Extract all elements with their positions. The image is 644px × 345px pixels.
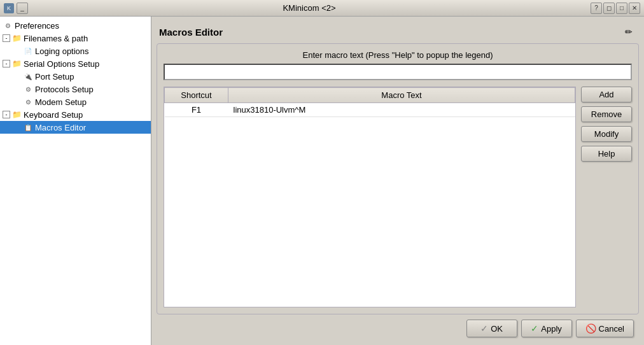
sidebar-item-label: Serial Options Setup	[24, 59, 99, 69]
modify-button[interactable]: Modify	[581, 126, 632, 142]
minimize-button[interactable]: _	[17, 3, 28, 14]
titlebar-title: KMinicom <2>	[28, 3, 591, 13]
sidebar: ⚙ Preferences - 📁 Filenames & path 📄 Log…	[0, 17, 151, 345]
ok-label: OK	[491, 324, 503, 334]
sidebar-item-macros[interactable]: 📋 Macros Editor	[0, 121, 151, 134]
action-buttons: Add Remove Modify Help	[581, 87, 632, 307]
folder-icon: 📁	[11, 59, 22, 69]
sidebar-item-label: Preferences	[15, 21, 59, 31]
sidebar-item-label: Macros Editor	[35, 123, 86, 132]
sidebar-item-loging[interactable]: 📄 Loging options	[0, 45, 151, 57]
sidebar-item-filenames[interactable]: - 📁 Filenames & path	[0, 32, 151, 45]
add-button[interactable]: Add	[581, 87, 632, 102]
macro-text-cell: linux31810-Ulvm^M	[228, 103, 575, 117]
gear-icon: ⚙	[23, 84, 33, 94]
app-icon: K	[4, 3, 14, 13]
gear-icon: ⚙	[23, 97, 33, 107]
apply-button[interactable]: ✓ Apply	[521, 320, 572, 337]
sidebar-item-modem[interactable]: ⚙ Modem Setup	[0, 95, 151, 108]
ok-button[interactable]: ✓ OK	[466, 320, 517, 337]
cancel-button[interactable]: 🚫 Cancel	[576, 320, 634, 337]
sidebar-item-port[interactable]: 🔌 Port Setup	[0, 70, 151, 83]
sidebar-item-preferences[interactable]: ⚙ Preferences	[0, 19, 151, 32]
help-titlebar-button[interactable]: ?	[591, 3, 602, 14]
table-buttons-row: Shortcut Macro Text F1 linux31810-Ulvm^M	[164, 87, 632, 307]
titlebar-left: K _	[4, 3, 28, 14]
titlebar-right: ? ◻ □ ✕	[591, 3, 640, 14]
help-button[interactable]: Help	[581, 146, 632, 162]
sidebar-item-label: Port Setup	[35, 72, 74, 81]
folder-icon: 📁	[11, 109, 22, 120]
macro-table-container: Shortcut Macro Text F1 linux31810-Ulvm^M	[164, 87, 576, 307]
edit-icon-button[interactable]: ✏	[621, 24, 636, 39]
panel-header: Macros Editor ✏	[157, 22, 639, 43]
macro-input-label: Enter macro text (Press "Help" to popup …	[164, 50, 632, 60]
port-icon: 🔌	[23, 71, 33, 81]
bottom-bar: ✓ OK ✓ Apply 🚫 Cancel	[157, 314, 639, 340]
sidebar-item-protocols[interactable]: ⚙ Protocols Setup	[0, 83, 151, 95]
titlebar: K _ KMinicom <2> ? ◻ □ ✕	[0, 0, 644, 17]
apply-label: Apply	[541, 324, 562, 334]
macro-text-column-header: Macro Text	[228, 88, 575, 103]
cancel-label: Cancel	[599, 324, 624, 334]
sidebar-item-label: Modem Setup	[35, 97, 87, 107]
macro-icon: 📋	[23, 122, 33, 132]
folder-icon: 📁	[11, 33, 22, 43]
ok-icon: ✓	[480, 323, 488, 334]
macro-panel: Enter macro text (Press "Help" to popup …	[157, 43, 639, 314]
sidebar-item-keyboard[interactable]: - 📁 Keyboard Setup	[0, 108, 151, 121]
shortcut-column-header: Shortcut	[165, 88, 228, 103]
sidebar-item-label: Filenames & path	[24, 34, 88, 43]
sidebar-item-label: Loging options	[35, 46, 89, 56]
expand-icon: -	[3, 111, 10, 118]
table-row[interactable]: F1 linux31810-Ulvm^M	[165, 103, 575, 117]
expand-icon: -	[3, 60, 10, 67]
sidebar-item-label: Protocols Setup	[35, 85, 94, 94]
maximize-button[interactable]: □	[616, 3, 627, 14]
gear-icon: ⚙	[3, 20, 13, 31]
apply-icon: ✓	[531, 323, 538, 334]
sidebar-item-serial[interactable]: - 📁 Serial Options Setup	[0, 57, 151, 70]
restore-button[interactable]: ◻	[603, 3, 615, 14]
shortcut-cell: F1	[165, 103, 228, 117]
macro-text-input[interactable]	[164, 64, 632, 80]
expand-icon: -	[3, 34, 10, 42]
doc-icon: 📄	[23, 46, 33, 56]
content-area: Macros Editor ✏ Enter macro text (Press …	[151, 17, 644, 345]
close-button[interactable]: ✕	[629, 3, 640, 14]
panel-title: Macros Editor	[159, 27, 223, 38]
cancel-icon: 🚫	[585, 323, 596, 334]
remove-button[interactable]: Remove	[581, 106, 632, 122]
sidebar-item-label: Keyboard Setup	[24, 110, 83, 120]
main-layout: ⚙ Preferences - 📁 Filenames & path 📄 Log…	[0, 17, 644, 345]
macro-table: Shortcut Macro Text F1 linux31810-Ulvm^M	[164, 87, 575, 117]
